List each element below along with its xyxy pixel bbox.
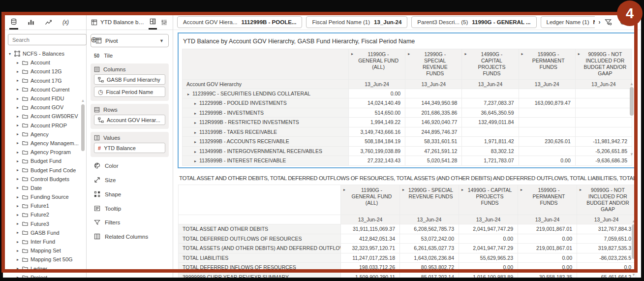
values-drop-zone[interactable]: Values # YTD Balance — [91, 132, 169, 157]
column-header-cell[interactable]: ▸11990G - GENERAL FUND (ALL) — [341, 185, 400, 215]
expand-caret-icon[interactable]: ▸ — [16, 105, 20, 110]
column-header-cell[interactable]: ▸12990G - SPECIAL REVENUE FUNDS — [400, 185, 459, 215]
expand-caret-icon[interactable]: ▸ — [16, 87, 20, 92]
tree-item-folder[interactable]: ▸Agency — [3, 130, 86, 139]
tree-item-folder[interactable]: ▸Account PROP — [3, 121, 86, 130]
expand-caret-icon[interactable]: ▸ — [193, 101, 197, 106]
expand-caret-icon[interactable]: ▸ — [186, 92, 190, 96]
sidebar-scrollbar[interactable]: ▲ — [81, 98, 85, 202]
tab-data[interactable] — [9, 15, 18, 30]
expand-caret-icon[interactable]: ▸ — [16, 69, 20, 74]
grammar-section-color[interactable]: Color — [87, 158, 173, 173]
tile-row[interactable]: 50 Tile — [87, 48, 173, 62]
collapse-caret-icon[interactable]: ▾ — [8, 52, 12, 56]
expand-caret-icon[interactable]: ▸ — [16, 123, 20, 127]
row-label-cell[interactable]: ▸112R999B - RESTRICTED INVESTMENTS — [183, 118, 349, 127]
expand-caret-icon[interactable]: ▸ — [16, 195, 20, 199]
column-header-cell[interactable]: ▸90990G - NOT INCLUDED FOR BUDGET AND/OR… — [575, 49, 632, 80]
viz2-vertical-scrollbar[interactable]: ▲ ▼ — [631, 219, 636, 277]
tree-item-folder[interactable]: ▸Mapping Set 50G — [3, 255, 86, 264]
expand-caret-icon[interactable]: ▸ — [16, 204, 20, 208]
tree-item-folder[interactable]: ▸Future3 — [3, 219, 86, 228]
filter-chip[interactable]: Fiscal Period Name (1)13_Jun-24 — [306, 16, 407, 28]
tree-item-folder[interactable]: ▸Account — [3, 58, 86, 67]
viz-pivot-ytd-balance[interactable]: YTD Balance by Account GOV Hierarchy, GA… — [178, 32, 637, 168]
tab-visualizations[interactable] — [27, 15, 35, 30]
expand-caret-icon[interactable]: ▸ — [464, 52, 466, 57]
expand-caret-icon[interactable]: ▸ — [16, 150, 20, 155]
pill-ytd-balance[interactable]: # YTD Balance — [94, 143, 165, 153]
tree-item-folder[interactable]: ▸Control Budgets — [3, 175, 86, 184]
expand-caret-icon[interactable]: ▸ — [578, 52, 580, 57]
viz-title-tab[interactable]: YTD Balance by Acc... — [100, 19, 146, 25]
column-header-cell[interactable]: ▸12990G - SPECIAL REVENUE FUNDS — [405, 49, 462, 80]
expand-caret-icon[interactable]: ▸ — [402, 187, 404, 192]
expand-caret-icon[interactable]: ▸ — [16, 275, 20, 278]
expand-caret-icon[interactable]: ▸ — [16, 78, 20, 83]
tree-item-folder[interactable]: ▸Agency Managem... — [3, 139, 86, 148]
expand-caret-icon[interactable]: ▸ — [16, 96, 20, 101]
expand-caret-icon[interactable]: ▸ — [16, 177, 20, 181]
scrollbar-thumb[interactable] — [630, 87, 634, 116]
tree-item-folder[interactable]: ▸Agency Program — [3, 148, 86, 156]
expand-caret-icon[interactable]: ▸ — [193, 140, 197, 144]
grammar-section-tooltip[interactable]: Tooltip — [87, 201, 173, 216]
column-header-cell[interactable]: ▸15990G - PERMANENT FUNDS — [519, 49, 575, 80]
add-data-button[interactable]: ⊕ — [91, 36, 97, 44]
expand-caret-icon[interactable]: ▸ — [461, 187, 463, 192]
filter-bar-expand-chevron-icon[interactable]: › — [599, 19, 601, 26]
tree-item-folder[interactable]: ▸Account 17G — [3, 76, 86, 85]
expand-caret-icon[interactable]: ▸ — [16, 240, 20, 244]
pill-account-gov-hierarchy[interactable]: Account GOV Hierar... — [94, 115, 165, 125]
expand-caret-icon[interactable]: ▸ — [16, 186, 20, 190]
tree-item-folder[interactable]: ▸GASB Fund — [3, 228, 86, 237]
viz-type-select[interactable]: Pivot ▼ — [91, 34, 169, 47]
grammar-section-filters[interactable]: Filters — [87, 216, 173, 229]
rows-drop-zone[interactable]: Rows Account GOV Hierar... — [91, 104, 169, 129]
row-label-cell[interactable]: ▸1123999C - SECURITIES LENDING COLLATERA… — [183, 89, 349, 98]
tree-item-folder[interactable]: ▸Ledger — [3, 264, 86, 273]
row-label-cell[interactable]: ▸1134999B - INTERGOVERNMENTAL RECEIVABLE… — [183, 146, 349, 156]
expand-caret-icon[interactable]: ▸ — [521, 52, 523, 57]
filter-chip[interactable]: Account GOV Hiera...1112999B - POOLE... — [177, 16, 302, 28]
expand-caret-icon[interactable]: ▸ — [193, 150, 197, 154]
expand-caret-icon[interactable]: ▸ — [16, 168, 20, 172]
column-header-cell[interactable]: ▸14990G - CAPITAL PROJECTS FUNDS — [459, 185, 518, 215]
expand-caret-icon[interactable]: ▸ — [16, 114, 20, 119]
expand-caret-icon[interactable]: ▸ — [343, 187, 345, 192]
expand-caret-icon[interactable]: ▸ — [16, 249, 20, 253]
expand-caret-icon[interactable]: ▸ — [193, 159, 197, 163]
viz-pivot-totals[interactable]: TOTAL ASSET AND OTHER DEBITS, TOTAL DEFE… — [178, 174, 637, 278]
row-label-cell[interactable]: ▸1129999B - INVESTMENTS — [183, 108, 349, 118]
pill-gasb-fund-hierarchy[interactable]: GASB Fund Hierarchy — [94, 74, 165, 85]
expand-caret-icon[interactable]: ▸ — [16, 132, 20, 136]
search-input[interactable] — [8, 34, 87, 45]
expand-caret-icon[interactable]: ▸ — [580, 187, 582, 192]
expand-caret-icon[interactable]: ▸ — [16, 230, 20, 235]
columns-drop-zone[interactable]: Columns GASB Fund Hierarchy ◷ Fiscal Per… — [91, 63, 169, 101]
scrollbar-thumb[interactable] — [81, 104, 85, 151]
scrollbar-thumb[interactable] — [632, 224, 636, 259]
tree-item-folder[interactable]: ▸Budget Fund — [3, 156, 86, 165]
scroll-up-icon[interactable]: ▲ — [632, 219, 636, 223]
expand-caret-icon[interactable]: ▸ — [16, 257, 20, 262]
grammar-section-related-columns[interactable]: Related Columns — [87, 229, 173, 244]
expand-caret-icon[interactable]: ▸ — [16, 266, 20, 271]
expand-caret-icon[interactable]: ▸ — [351, 52, 353, 57]
tree-item-folder[interactable]: ▸Inter Fund — [3, 237, 86, 246]
viz1-vertical-scrollbar[interactable]: ▲ ▼ — [629, 82, 634, 156]
expand-caret-icon[interactable]: ▸ — [408, 52, 410, 57]
tree-item-folder[interactable]: ▸Account Current — [3, 85, 86, 94]
tab-analytics[interactable] — [44, 15, 53, 30]
row-label-cell[interactable]: ▸1135999B - INTEREST RECEIVABLE — [183, 156, 349, 166]
grammar-section-shape[interactable]: Shape — [87, 187, 173, 201]
column-header-cell[interactable]: ▸15990G - PERMANENT FUNDS — [518, 185, 577, 215]
tree-item-folder[interactable]: ▸Mapping Set — [3, 246, 86, 255]
filter-chip[interactable]: Ledger Name (1)NC MODIFIE — [541, 16, 595, 28]
tree-item-folder[interactable]: ▸Date — [3, 184, 86, 192]
scroll-down-icon[interactable]: ▼ — [630, 152, 634, 156]
expand-caret-icon[interactable]: ▸ — [16, 61, 20, 65]
tree-item-folder[interactable]: ▸Funding Source — [3, 192, 86, 201]
expand-caret-icon[interactable]: ▸ — [16, 141, 20, 145]
expand-caret-icon[interactable]: ▸ — [16, 159, 20, 163]
